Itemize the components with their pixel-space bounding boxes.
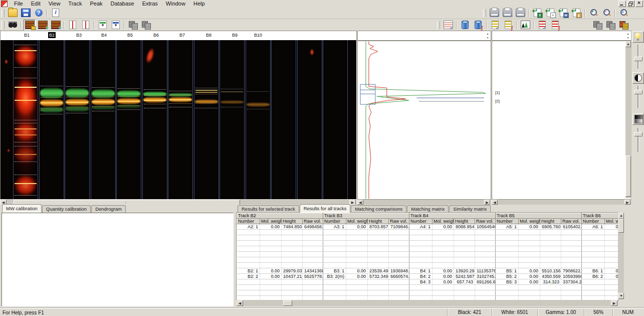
lane-left-button[interactable]: ↔ (67, 20, 79, 31)
gel-lane-5[interactable] (116, 40, 141, 199)
table-row[interactable]: B4: 30.00657.743691266.69B5: 30.00314.32… (237, 279, 619, 285)
marker-vscroll-thumb[interactable] (625, 155, 631, 197)
densitometry-profile-plot[interactable] (357, 41, 491, 200)
spinner-icon[interactable]: ▲▼ (625, 32, 630, 40)
mw-calibrate-button[interactable]: ✓ (489, 20, 501, 31)
gel-lane-10[interactable] (246, 40, 271, 199)
menu-track[interactable]: Track (64, 0, 86, 7)
contrast-slider-handle[interactable] (634, 90, 642, 94)
track-label-b3[interactable]: B3 (75, 32, 83, 38)
track-label-b10[interactable]: B10 (253, 32, 263, 38)
gel-lane-8[interactable] (194, 40, 219, 199)
table-row[interactable] (237, 263, 619, 268)
scroll-right-icon[interactable]: ▶ (611, 300, 617, 306)
save-button[interactable] (20, 8, 32, 19)
gel-add-button[interactable]: + (37, 20, 49, 31)
matrix-gray-1-button[interactable] (591, 20, 603, 31)
export-word-button[interactable]: W (557, 8, 569, 19)
table-row[interactable] (237, 230, 619, 235)
gel-move-button[interactable]: + (50, 20, 62, 31)
export-db-button[interactable]: ▮ (570, 8, 582, 19)
gel-lane-11[interactable] (271, 40, 296, 199)
menu-edit[interactable]: Edit (27, 0, 45, 7)
scroll-up-icon[interactable]: ▲ (625, 41, 631, 47)
tab-matching-matrix[interactable]: Matching matrix (407, 205, 449, 213)
menu-window[interactable]: Window (162, 0, 189, 7)
zoom-in-button[interactable]: + (587, 8, 599, 19)
menu-view[interactable]: View (45, 0, 65, 7)
band-calibrate-button[interactable]: ✓ (536, 20, 548, 31)
tab-results-all-tracks[interactable]: Results for all tracks (300, 204, 351, 213)
scroll-up-icon[interactable]: ▲ (618, 213, 624, 219)
results-hscroll-thumb[interactable] (283, 300, 292, 306)
table-row[interactable] (237, 241, 619, 246)
track-label-b4[interactable]: B4 (100, 32, 108, 38)
menu-database[interactable]: Database (107, 0, 138, 7)
close-button[interactable] (635, 1, 643, 7)
matrix-gray-2-button[interactable] (604, 20, 616, 31)
menu-peak[interactable]: Peak (86, 0, 106, 7)
table-row[interactable] (237, 257, 619, 263)
tab-results-selected-track[interactable]: Results for selected track (238, 205, 299, 213)
menu-help[interactable]: Help (189, 0, 209, 7)
track-label-b9[interactable]: B9 (231, 32, 239, 38)
marker-bottom-button[interactable] (110, 20, 122, 31)
brightness-button[interactable] (632, 31, 644, 43)
gamma-button[interactable] (632, 113, 644, 125)
gel-lane-3[interactable] (65, 40, 90, 199)
about-button[interactable] (50, 8, 62, 19)
contrast-button[interactable] (632, 72, 644, 84)
menu-file[interactable]: File (10, 0, 27, 7)
export-report-button[interactable]: ≡ (544, 8, 556, 19)
matrix-color-button[interactable]: Y (617, 20, 629, 31)
mw-profile-button[interactable]: ∫ (502, 20, 514, 31)
track-label-b6[interactable]: B6 (152, 32, 160, 38)
scroll-down-icon[interactable]: ▼ (618, 293, 624, 299)
tab-quantity-calibration[interactable]: Quantity calibration (42, 205, 91, 213)
scroll-left-icon[interactable]: ◀ (357, 200, 363, 205)
gamma-slider-handle[interactable] (634, 132, 642, 136)
calibration-content[interactable] (2, 213, 234, 306)
pair-a-button[interactable] (127, 20, 139, 31)
table-row[interactable] (237, 246, 619, 252)
table-row[interactable] (237, 252, 619, 257)
track-label-b1[interactable]: B1 (23, 32, 31, 38)
quantity-calibrate-button[interactable]: ✓ (459, 20, 471, 31)
zoom-100-button[interactable]: ≡ (617, 8, 629, 19)
gel-lane-13[interactable] (323, 40, 348, 199)
zoom-out-button[interactable]: − (600, 8, 612, 19)
print-preview-button[interactable]: ○ (501, 8, 513, 19)
open-button[interactable] (7, 8, 19, 19)
find-button[interactable] (7, 20, 19, 31)
gamma-slider[interactable] (632, 128, 643, 152)
peaks-button[interactable] (519, 20, 531, 31)
table-row[interactable]: B2: 20.0010437.2135625778.00B3: 2(m)0.00… (237, 274, 619, 279)
quantity-profile-button[interactable]: ∫ (472, 20, 484, 31)
scroll-left-icon[interactable]: ◀ (237, 300, 243, 306)
table-row[interactable]: B2: 10.0029979.03714341368.00B3: 10.0023… (237, 268, 619, 274)
scroll-right-icon[interactable]: ▶ (484, 200, 490, 205)
track-label-b8[interactable]: B8 (205, 32, 212, 38)
restore-button[interactable] (627, 1, 634, 7)
print-button[interactable] (514, 8, 526, 19)
gel-lane-12[interactable] (297, 40, 322, 199)
print-check-button[interactable]: ✓ (488, 8, 500, 19)
bands-auto-button[interactable]: ✓ (442, 20, 454, 31)
band-profile-button[interactable]: ∫ (549, 20, 561, 31)
tab-similarity-matrix[interactable]: Similarity matrix (449, 205, 491, 213)
gel-lane-1[interactable] (13, 40, 38, 199)
scroll-left-icon[interactable]: ◀ (492, 200, 498, 205)
pair-b-button[interactable] (140, 20, 152, 31)
tab-matching-comparisons[interactable]: Matching comparisons (351, 205, 406, 213)
track-label-b5[interactable]: B5 (126, 32, 134, 38)
gel-lane-4[interactable] (91, 40, 116, 199)
tab-mw-calibration[interactable]: MW calibration (2, 204, 42, 213)
contrast-slider[interactable] (632, 86, 643, 108)
results-vscroll-thumb[interactable] (618, 219, 624, 233)
tab-dendrogram[interactable]: Dendrogram (91, 205, 126, 213)
track-label-b7[interactable]: B7 (178, 32, 186, 38)
menu-extras[interactable]: Extras (138, 0, 162, 7)
marker-top-button[interactable] (97, 20, 109, 31)
minimize-button[interactable] (618, 1, 626, 7)
gel-edit-button[interactable] (24, 20, 36, 31)
